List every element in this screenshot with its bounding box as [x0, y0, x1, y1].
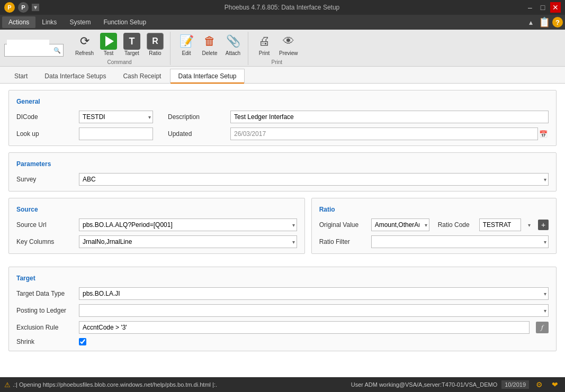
menu-help-btn[interactable]: ? [552, 17, 563, 28]
target-data-type-label: Target Data Type [16, 290, 75, 297]
delete-icon: 🗑 [201, 33, 218, 50]
key-columns-row: Key Columns ▾ [16, 235, 297, 248]
minimize-btn[interactable]: – [525, 2, 535, 13]
window-title: Phoebus 4.7.6.805: Data Interface Setup [225, 4, 340, 11]
menu-links[interactable]: Links [35, 16, 63, 28]
dicode-label: DICode [16, 113, 75, 121]
status-user-text: User ADM working@VSA/A,server:T470-01/VS… [351, 381, 497, 388]
status-extra-icon[interactable]: ❤ [549, 379, 561, 390]
tab-cash-receipt[interactable]: Cash Receipt [115, 69, 169, 83]
attach-label: Attach [226, 50, 240, 56]
test-button[interactable]: Test [98, 32, 119, 57]
edit-label: Edit [182, 50, 191, 56]
exclusion-rule-row: Exclusion Rule 𝑓 [16, 321, 549, 334]
app-logo2: P [18, 2, 29, 13]
lookup-label: Look up [16, 130, 75, 138]
calendar-icon[interactable]: 📅 [538, 129, 549, 139]
source-url-row: Source Url ▾ [16, 218, 297, 231]
updated-label: Updated [168, 130, 226, 138]
ratio-code-arrow: ▾ [528, 222, 531, 228]
menu-system[interactable]: System [63, 16, 97, 28]
ratio-filter-input[interactable] [371, 235, 549, 248]
updated-input[interactable] [230, 127, 538, 140]
refresh-button[interactable]: ⟳ Refresh [73, 32, 96, 57]
search-box[interactable]: 🔍 [4, 44, 64, 57]
edit-icon: 📝 [178, 33, 195, 50]
attach-button[interactable]: 📎 Attach [222, 32, 244, 57]
delete-button[interactable]: 🗑 Delete [199, 32, 220, 57]
exclusion-rule-label: Exclusion Rule [16, 324, 75, 331]
preview-label: Preview [279, 50, 298, 56]
restore-btn[interactable]: □ [537, 2, 548, 13]
toolbar-command-group: ⟳ Refresh Test T Target R Ratio [69, 32, 171, 65]
status-tools-icon[interactable]: ⚙ [533, 379, 545, 390]
ratio-code-input[interactable] [479, 218, 521, 231]
refresh-label: Refresh [75, 50, 94, 56]
survey-row: Survey ▾ [16, 173, 549, 186]
shrink-checkbox[interactable] [79, 338, 86, 345]
posting-to-ledger-row: Posting to Ledger ▾ [16, 304, 549, 317]
ratio-section: Ratio Original Value ▾ Ratio Code ▾ + Ra… [311, 198, 557, 254]
menu-up-btn[interactable]: ▴ [525, 16, 536, 28]
source-url-input[interactable] [79, 218, 297, 231]
tab-start[interactable]: Start [6, 69, 35, 83]
dicode-row: DICode ▾ Description [16, 111, 549, 123]
description-input[interactable] [230, 111, 549, 123]
toolbar-print-group: 🖨 Print 👁 Preview Print [249, 32, 304, 65]
target-data-type-input[interactable] [79, 287, 549, 300]
status-bar: ⚠ .:| Opening https://phoebusfiles.blob.… [0, 377, 565, 392]
ratio-code-label: Ratio Code [438, 221, 475, 229]
survey-input[interactable] [79, 173, 549, 186]
tab-di-setups[interactable]: Data Interface Setups [37, 69, 114, 83]
source-header: Source [16, 206, 297, 213]
test-label: Test [104, 50, 113, 56]
search-icon: 🔍 [53, 47, 61, 54]
ratio-filter-label: Ratio Filter [319, 238, 367, 245]
source-url-label: Source Url [16, 221, 75, 229]
menu-function-setup[interactable]: Function Setup [97, 16, 153, 28]
target-section: Target Target Data Type ▾ Posting to Led… [8, 267, 557, 351]
status-icon: ⚠ [4, 381, 11, 389]
dicode-input[interactable] [79, 111, 153, 123]
main-content: General DICode ▾ Description Look up Upd… [0, 84, 565, 382]
target-header: Target [16, 275, 549, 282]
original-value-input[interactable] [371, 218, 429, 231]
delete-label: Delete [202, 50, 218, 56]
exclusion-rule-input[interactable] [79, 321, 530, 334]
tab-di-setup[interactable]: Data Interface Setup [170, 69, 244, 84]
parameters-header: Parameters [16, 160, 549, 168]
status-date: 10/2019 [501, 380, 529, 389]
search-input[interactable] [7, 40, 49, 52]
shrink-label: Shrink [16, 338, 75, 345]
lookup-input[interactable] [79, 127, 153, 140]
original-value-label: Original Value [319, 221, 367, 229]
posting-to-ledger-input[interactable] [79, 304, 549, 317]
target-button[interactable]: T Target [121, 32, 142, 57]
edit-button[interactable]: 📝 Edit [176, 32, 197, 57]
title-bar: P P ▾ Phoebus 4.7.6.805: Data Interface … [0, 0, 565, 15]
close-btn[interactable]: ✕ [550, 2, 561, 13]
dropdown-btn[interactable]: ▾ [32, 4, 39, 11]
app-logo: P [4, 2, 15, 13]
print-group-label: Print [272, 59, 283, 65]
toolbar: 🔍 ⟳ Refresh Test T Target R [0, 30, 565, 67]
test-icon [100, 33, 117, 50]
command-group-label: Command [107, 59, 131, 65]
print-button[interactable]: 🖨 Print [254, 32, 275, 57]
source-ratio-row: Source Source Url ▾ Key Columns ▾ Ratio … [8, 198, 557, 260]
add-ratio-button[interactable]: + [538, 220, 549, 230]
general-section: General DICode ▾ Description Look up Upd… [8, 90, 557, 146]
preview-icon: 👁 [280, 33, 297, 50]
lookup-row: Look up Updated 📅 [16, 127, 549, 140]
menu-bookmark-btn[interactable]: 📋 [539, 16, 550, 28]
menu-actions[interactable]: Actions [2, 16, 35, 28]
refresh-icon: ⟳ [76, 33, 93, 50]
target-label: Target [124, 50, 139, 56]
status-text: .:| Opening https://phoebusfiles.blob.co… [13, 381, 217, 388]
ratio-button[interactable]: R Ratio [145, 32, 166, 57]
ratio-header: Ratio [319, 206, 549, 213]
key-columns-input[interactable] [79, 235, 297, 248]
function-icon[interactable]: 𝑓 [536, 322, 549, 333]
ratio-filter-row: Ratio Filter ▾ [319, 235, 549, 248]
preview-button[interactable]: 👁 Preview [277, 32, 300, 57]
